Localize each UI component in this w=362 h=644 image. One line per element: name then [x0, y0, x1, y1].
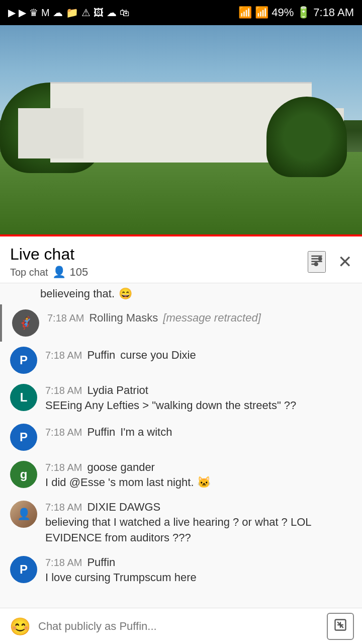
time-display: 7:18 AM: [313, 6, 354, 19]
message-content-rolling-masks: 7:18 AM Rolling Masks [message retracted…: [47, 309, 352, 326]
message-time: 7:18 AM: [45, 462, 82, 473]
avatar-photo: 👤: [10, 501, 37, 528]
message-author: Puffin: [87, 556, 115, 569]
message-meta: 7:18 AM Rolling Masks [message retracted…: [47, 309, 352, 326]
cloud-icon: ☁: [53, 7, 63, 19]
send-button[interactable]: [327, 613, 354, 640]
message-meta: 7:18 AM goose gander: [45, 461, 352, 474]
truncated-text: believeing that.: [40, 287, 115, 300]
message-time: 7:18 AM: [45, 385, 82, 396]
chat-input-bar: 😊: [0, 608, 362, 644]
signal-icon: 📶: [255, 6, 268, 19]
message-author: Puffin: [87, 349, 115, 362]
message-author: Lydia Patriot: [87, 384, 148, 397]
video-progress-bar: [0, 234, 362, 236]
chat-header-info: Live chat Top chat 👤 105: [10, 245, 88, 279]
avatar-goose: g: [10, 461, 37, 488]
top-chat-label: Top chat: [10, 267, 48, 278]
battery-percent: 49%: [272, 6, 294, 19]
chat-message-rolling-masks: 🦸 7:18 AM Rolling Masks [message retract…: [0, 304, 362, 342]
avatar-rolling-masks: 🦸: [12, 309, 39, 337]
chat-sub-row: Top chat 👤 105: [10, 266, 88, 279]
folder-icon: 📁: [66, 7, 78, 19]
wifi-icon: 📶: [238, 6, 252, 19]
svg-point-5: [315, 263, 317, 265]
bag-icon: 🛍: [120, 7, 130, 19]
message-content-dixie: 7:18 AM DIXIE DAWGS believing that I wat…: [45, 501, 352, 546]
chat-header: Live chat Top chat 👤 105 ✕: [0, 236, 362, 283]
avatar-photo-icon: 👤: [17, 508, 31, 521]
avatar-puffin-1: P: [10, 347, 37, 374]
warning-icon: ⚠: [81, 7, 90, 19]
chat-message-puffin-3: P 7:18 AM Puffin I love cursing Trumpscu…: [0, 551, 362, 591]
message-meta: 7:18 AM DIXIE DAWGS: [45, 501, 352, 514]
video-player[interactable]: [0, 25, 362, 236]
status-indicators: 📶 📶 49% 🔋 7:18 AM: [238, 6, 354, 19]
chat-message-goose: g 7:18 AM goose gander I did @Esse 's mo…: [0, 456, 362, 496]
chat-messages-area[interactable]: believeing that. 😄 🦸 7:18 AM Rolling Mas…: [0, 283, 362, 639]
crown-icon: ♛: [29, 7, 38, 19]
send-icon: [333, 618, 347, 635]
avatar-dixie: 👤: [10, 501, 37, 528]
message-text: I'm a witch: [120, 425, 172, 440]
message-text: I did @Esse 's mom last night. 🐱: [45, 475, 352, 491]
avatar-puffin-3: P: [10, 556, 37, 583]
chat-message-lydia: L 7:18 AM Lydia Patriot SEEing Any Lefti…: [0, 379, 362, 419]
avatar-puffin-2: P: [10, 424, 37, 451]
message-meta: 7:18 AM Puffin curse you Dixie: [45, 347, 352, 363]
chat-message-puffin-2: P 7:18 AM Puffin I'm a witch: [0, 419, 362, 456]
viewer-icon: 👤: [52, 266, 66, 279]
message-time: 7:18 AM: [45, 557, 82, 569]
chat-input[interactable]: [38, 620, 321, 633]
message-author: Puffin: [87, 426, 115, 439]
video-trees-right: [266, 97, 347, 177]
message-time: 7:18 AM: [45, 502, 82, 513]
message-content-puffin-1: 7:18 AM Puffin curse you Dixie: [45, 347, 352, 363]
message-meta: 7:18 AM Puffin I'm a witch: [45, 424, 352, 440]
mail-icon: M: [41, 7, 50, 19]
message-content-goose: 7:18 AM goose gander I did @Esse 's mom …: [45, 461, 352, 491]
message-content-puffin-3: 7:18 AM Puffin I love cursing Trumpscum …: [45, 556, 352, 586]
emoji-button[interactable]: 😊: [8, 614, 32, 638]
message-text: curse you Dixie: [120, 348, 196, 363]
avatar-lydia: L: [10, 384, 37, 411]
avatar-emoji: 🦸: [18, 316, 33, 330]
message-time: 7:18 AM: [47, 312, 84, 324]
svg-point-4: [319, 257, 321, 260]
live-chat-title: Live chat: [10, 245, 88, 264]
message-author: Rolling Masks: [89, 311, 158, 325]
chat-header-actions: ✕: [308, 251, 352, 273]
viewer-count: 105: [70, 266, 88, 279]
status-bar: ▶ ▶ ♛ M ☁ 📁 ⚠ 🖼 ☁ 🛍 📶 📶 49% 🔋 7:18 AM: [0, 0, 362, 25]
battery-icon: 🔋: [297, 6, 310, 19]
message-author: goose gander: [87, 461, 155, 474]
youtube2-icon: ▶: [19, 7, 26, 19]
message-truncated: believeing that. 😄: [0, 283, 362, 304]
notification-icons: ▶ ▶ ♛ M ☁ 📁 ⚠ 🖼 ☁ 🛍: [8, 7, 130, 19]
message-content-puffin-2: 7:18 AM Puffin I'm a witch: [45, 424, 352, 440]
youtube-icon: ▶: [8, 7, 16, 19]
image-icon: 🖼: [94, 7, 104, 19]
message-content-lydia: 7:18 AM Lydia Patriot SEEing Any Lefties…: [45, 384, 352, 414]
chat-message-dixie: 👤 7:18 AM DIXIE DAWGS believing that I w…: [0, 496, 362, 551]
message-text: [message retracted]: [163, 310, 260, 326]
message-time: 7:18 AM: [45, 350, 82, 361]
message-text: I love cursing Trumpscum here: [45, 570, 352, 586]
message-meta: 7:18 AM Puffin: [45, 556, 352, 569]
close-button[interactable]: ✕: [338, 252, 352, 272]
chat-message-puffin-1: P 7:18 AM Puffin curse you Dixie: [0, 342, 362, 379]
message-author: DIXIE DAWGS: [87, 501, 160, 514]
truncated-emoji: 😄: [119, 287, 132, 300]
emoji-icon: 😊: [10, 616, 31, 636]
message-text: SEEing Any Lefties > "walking down the s…: [45, 398, 352, 414]
message-text: believing that I watched a live hearing …: [45, 515, 352, 546]
filter-button[interactable]: [308, 251, 326, 273]
message-time: 7:18 AM: [45, 427, 82, 438]
cloud2-icon: ☁: [107, 7, 117, 19]
message-meta: 7:18 AM Lydia Patriot: [45, 384, 352, 397]
video-wing-left: [18, 108, 83, 158]
